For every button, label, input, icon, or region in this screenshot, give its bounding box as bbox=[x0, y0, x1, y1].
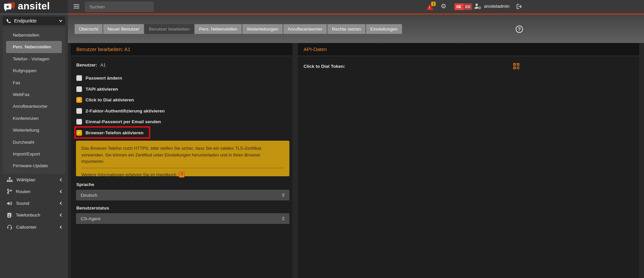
help-icon[interactable]: ? bbox=[516, 26, 523, 33]
user-status-select[interactable]: CS-Agent bbox=[76, 213, 289, 224]
sidebar-item-telefon-vorlagen[interactable]: Telefon - Vorlagen bbox=[3, 53, 65, 65]
handbook-help-icon[interactable]: ? bbox=[179, 172, 185, 178]
sidebar-group-waehlplan[interactable]: Wählplan bbox=[0, 174, 68, 186]
click-to-dial-token-label: Click to Dial Token: bbox=[304, 64, 345, 69]
user-status-label: Benutzerstatus bbox=[76, 205, 109, 211]
edit-user-panel: Benutzer bearbeiten: A1 Benutzer:A1 Pass… bbox=[71, 43, 292, 278]
checkbox-icon[interactable] bbox=[76, 75, 82, 81]
content-area: Benutzer bearbeiten: A1 Benutzer:A1 Pass… bbox=[68, 43, 644, 278]
warning-box: Das Browser-Telefon nutzt HTTPS, bitte s… bbox=[76, 141, 289, 176]
notification-badge: 1 bbox=[431, 2, 436, 6]
hamburger-menu-icon[interactable] bbox=[74, 4, 79, 9]
language-label: Sprache bbox=[76, 182, 94, 187]
sidebar-submenu: Nebenstellen Pers. Nebenstellen Telefon … bbox=[3, 27, 65, 174]
select-arrows-icon bbox=[282, 193, 285, 197]
checkbox-passwort-aendern[interactable]: Passwort ändern bbox=[76, 75, 122, 81]
address-book-icon bbox=[7, 213, 12, 218]
lang-en-button[interactable]: EN bbox=[464, 3, 473, 10]
user-status-select-value: CS-Agent bbox=[81, 216, 100, 221]
qr-code-icon[interactable] bbox=[513, 63, 519, 69]
warning-divider bbox=[81, 168, 284, 168]
sidebar-group-label: Routen bbox=[16, 189, 31, 194]
top-bar: ★ ansitel ! 1 ⚙ DE EN ansiteladmin bbox=[0, 0, 644, 13]
warning-more-text: Weitere Informationen erfahren Sie im Ha… bbox=[81, 172, 176, 178]
sidebar-item-rufgruppen[interactable]: Rufgruppen bbox=[3, 65, 65, 77]
tab-anrufbeantworter[interactable]: Anrufbeantworter bbox=[283, 24, 327, 34]
user-value: A1 bbox=[100, 62, 106, 67]
tab-uebersicht[interactable]: Übersicht bbox=[75, 24, 103, 34]
brand-name: ansitel bbox=[18, 1, 50, 12]
chevron-left-icon bbox=[60, 225, 63, 229]
sidebar-item-import-export[interactable]: Import/Export bbox=[3, 148, 65, 160]
sidebar-group-label: Wählplan bbox=[16, 177, 35, 182]
checkbox-2fa[interactable]: 2-Faktor-Authentifizierung aktivieren bbox=[76, 108, 165, 114]
tab-benutzer-bearbeiten[interactable]: Benutzer bearbeiten bbox=[145, 24, 194, 34]
select-arrows-icon bbox=[282, 217, 285, 221]
sidebar-item-konferenzen[interactable]: Konferenzen bbox=[3, 112, 65, 124]
checkbox-tapi[interactable]: TAPI aktivieren bbox=[76, 86, 118, 92]
headset-icon bbox=[7, 224, 12, 230]
sidebar-item-pers-nebenstellen[interactable]: Pers. Nebenstellen bbox=[6, 41, 62, 53]
checkbox-icon[interactable] bbox=[76, 108, 82, 114]
tab-weiterleitungen[interactable]: Weiterleitungen bbox=[242, 24, 283, 34]
chevron-left-icon bbox=[60, 202, 63, 205]
sidebar-group-label: Sound bbox=[16, 201, 29, 206]
logout-icon[interactable] bbox=[516, 3, 522, 10]
checkbox-icon[interactable] bbox=[76, 119, 82, 125]
sidebar-group-routen[interactable]: Routen bbox=[0, 186, 68, 197]
warning-text: Das Browser-Telefon nutzt HTTPS, bitte s… bbox=[81, 145, 284, 165]
user-menu[interactable]: ansiteladmin bbox=[474, 3, 510, 9]
sidebar-group-label: Endpunkte bbox=[14, 18, 37, 24]
sidebar-group-telefonbuch[interactable]: Telefonbuch bbox=[0, 209, 68, 221]
sidebar-group-callcenter[interactable]: Callcenter bbox=[0, 221, 68, 233]
speaker-icon bbox=[7, 201, 12, 206]
tab-neuer-benutzer[interactable]: Neuer Benutzer bbox=[103, 24, 144, 34]
panel-title: Benutzer bearbeiten: A1 bbox=[71, 43, 292, 56]
phone-icon bbox=[6, 18, 11, 24]
sidebar: Endpunkte Nebenstellen Pers. Nebenstelle… bbox=[0, 14, 68, 278]
branch-icon bbox=[7, 189, 12, 194]
user-icon bbox=[474, 3, 482, 9]
checkbox-einmal-passwort[interactable]: Einmal-Passwort per Email senden bbox=[76, 119, 161, 125]
chevron-left-icon bbox=[60, 214, 63, 217]
language-toggle: DE EN bbox=[454, 3, 472, 10]
tab-pers-nebenstellen[interactable]: Pers. Nebenstellen bbox=[195, 24, 242, 34]
tab-bar: Übersicht Neuer Benutzer Benutzer bearbe… bbox=[75, 24, 402, 34]
language-select[interactable]: Deutsch bbox=[76, 190, 289, 200]
search-input[interactable] bbox=[85, 2, 154, 12]
notification-warning-icon[interactable]: ! 1 bbox=[426, 3, 435, 10]
sitemap-icon bbox=[7, 177, 13, 182]
brand-logo[interactable]: ★ ansitel bbox=[0, 0, 68, 13]
gear-icon[interactable]: ⚙ bbox=[441, 2, 446, 10]
chevron-left-icon bbox=[60, 190, 63, 193]
username-label: ansiteladmin bbox=[484, 4, 510, 9]
sidebar-item-durchwahl[interactable]: Durchwahl bbox=[3, 136, 65, 148]
tab-rechte-setzen[interactable]: Rechte setzen bbox=[327, 24, 365, 34]
sidebar-item-webfax[interactable]: WebFax bbox=[3, 89, 65, 100]
api-data-panel: API-Daten Click to Dial Token: bbox=[298, 43, 639, 278]
sidebar-group-sound[interactable]: Sound bbox=[0, 197, 68, 209]
tab-strip: Übersicht Neuer Benutzer Benutzer bearbe… bbox=[68, 14, 644, 43]
checkbox-icon[interactable] bbox=[76, 86, 82, 92]
tab-einstellungen[interactable]: Einstellungen bbox=[366, 24, 402, 34]
chat-bubbles-icon: ★ bbox=[4, 2, 16, 11]
sidebar-item-anrufbeantworter[interactable]: Anrufbeantworter bbox=[3, 100, 65, 112]
sidebar-group-label: Callcenter bbox=[16, 225, 37, 230]
checkbox-click-to-dial[interactable]: Click to Dial aktivieren bbox=[76, 97, 134, 103]
sidebar-item-fax[interactable]: Fax bbox=[3, 77, 65, 89]
sidebar-item-firmware-update[interactable]: Firmware-Update bbox=[3, 160, 65, 172]
chevron-down-icon bbox=[59, 19, 63, 22]
checkbox-checked-icon[interactable] bbox=[76, 130, 82, 136]
language-select-value: Deutsch bbox=[81, 193, 97, 198]
lang-de-button[interactable]: DE bbox=[454, 3, 464, 10]
sidebar-item-weiterleitung[interactable]: Weiterleitung bbox=[3, 124, 65, 136]
user-label: Benutzer: bbox=[76, 62, 97, 67]
checkbox-browser-telefon[interactable]: Browser-Telefon aktivieren bbox=[76, 130, 144, 136]
sidebar-item-nebenstellen[interactable]: Nebenstellen bbox=[3, 29, 65, 41]
panel-title: API-Daten bbox=[298, 43, 639, 56]
checkbox-checked-icon[interactable] bbox=[76, 97, 82, 103]
chevron-left-icon bbox=[60, 178, 63, 181]
sidebar-group-label: Telefonbuch bbox=[16, 213, 40, 218]
user-row: Benutzer:A1 bbox=[76, 62, 106, 67]
sidebar-group-endpunkte[interactable]: Endpunkte bbox=[3, 16, 65, 25]
